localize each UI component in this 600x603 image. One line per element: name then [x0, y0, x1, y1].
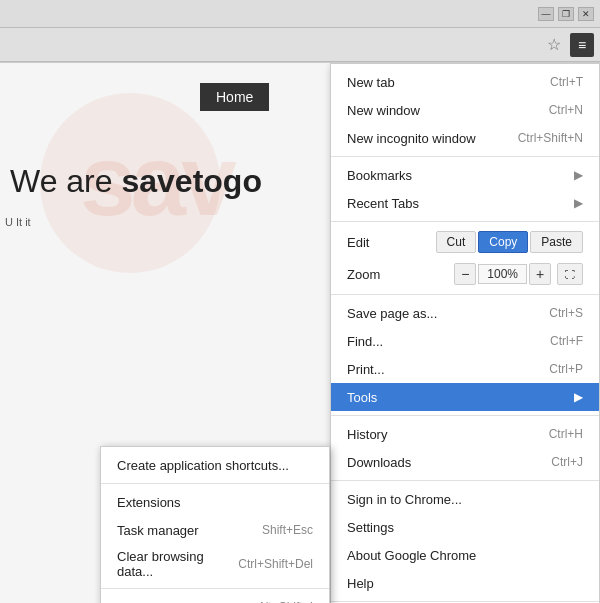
- submenu-item-clear-browsing[interactable]: Clear browsing data... Ctrl+Shift+Del: [101, 544, 329, 584]
- tools-submenu-section-3: Report an issue... Alt+Shift+I: [101, 589, 329, 603]
- minimize-button[interactable]: —: [538, 7, 554, 21]
- browser-chrome: — ❐ ✕ ☆ ≡: [0, 0, 600, 63]
- zoom-controls: − 100% + ⛶: [454, 263, 583, 285]
- edit-label: Edit: [347, 235, 369, 250]
- submenu-item-extensions[interactable]: Extensions: [101, 488, 329, 516]
- copy-button[interactable]: Copy: [478, 231, 528, 253]
- menu-section-account: Sign in to Chrome... Settings About Goog…: [331, 481, 599, 602]
- bookmark-star-button[interactable]: ☆: [542, 33, 566, 57]
- menu-item-print[interactable]: Print... Ctrl+P: [331, 355, 599, 383]
- tools-submenu-section-2: Extensions Task manager Shift+Esc Clear …: [101, 484, 329, 589]
- page-body-text: U It it: [5, 213, 125, 231]
- menu-item-bookmarks[interactable]: Bookmarks ▶: [331, 161, 599, 189]
- menu-item-incognito[interactable]: New incognito window Ctrl+Shift+N: [331, 124, 599, 152]
- menu-item-help[interactable]: Help: [331, 569, 599, 597]
- menu-item-downloads[interactable]: Downloads Ctrl+J: [331, 448, 599, 476]
- menu-item-history[interactable]: History Ctrl+H: [331, 420, 599, 448]
- page-title: We are savetogo: [10, 163, 262, 200]
- menu-zoom-row: Zoom − 100% + ⛶: [331, 258, 599, 290]
- menu-section-bookmarks: Bookmarks ▶ Recent Tabs ▶: [331, 157, 599, 222]
- close-button[interactable]: ✕: [578, 7, 594, 21]
- submenu-item-task-manager[interactable]: Task manager Shift+Esc: [101, 516, 329, 544]
- menu-edit-row: Edit Cut Copy Paste: [331, 226, 599, 258]
- page-title-bold: savetogo: [121, 163, 261, 199]
- menu-item-find[interactable]: Find... Ctrl+F: [331, 327, 599, 355]
- menu-section-history: History Ctrl+H Downloads Ctrl+J: [331, 416, 599, 481]
- zoom-in-button[interactable]: +: [529, 263, 551, 285]
- zoom-out-button[interactable]: −: [454, 263, 476, 285]
- tools-submenu: Create application shortcuts... Extensio…: [100, 446, 330, 603]
- menu-section-page: Save page as... Ctrl+S Find... Ctrl+F Pr…: [331, 295, 599, 416]
- submenu-item-create-shortcuts[interactable]: Create application shortcuts...: [101, 451, 329, 479]
- page-title-prefix: We are: [10, 163, 121, 199]
- toolbar-row: ☆ ≡: [0, 28, 600, 62]
- maximize-button[interactable]: ❐: [558, 7, 574, 21]
- submenu-item-report-issue[interactable]: Report an issue... Alt+Shift+I: [101, 593, 329, 603]
- menu-item-save-page[interactable]: Save page as... Ctrl+S: [331, 299, 599, 327]
- page-nav-home[interactable]: Home: [200, 83, 269, 111]
- page-content: sav Home We are savetogo ⚜ U It it Creat…: [0, 63, 600, 603]
- menu-item-tools[interactable]: Tools ▶: [331, 383, 599, 411]
- menu-item-signin[interactable]: Sign in to Chrome...: [331, 485, 599, 513]
- menu-item-settings[interactable]: Settings: [331, 513, 599, 541]
- edit-buttons: Cut Copy Paste: [436, 231, 583, 253]
- chrome-menu: New tab Ctrl+T New window Ctrl+N New inc…: [330, 63, 600, 603]
- menu-item-about[interactable]: About Google Chrome: [331, 541, 599, 569]
- menu-item-recent-tabs[interactable]: Recent Tabs ▶: [331, 189, 599, 217]
- menu-section-new: New tab Ctrl+T New window Ctrl+N New inc…: [331, 64, 599, 157]
- window-controls: — ❐ ✕: [538, 7, 594, 21]
- zoom-value-display: 100%: [478, 264, 527, 284]
- title-bar: — ❐ ✕: [0, 0, 600, 28]
- menu-item-new-window[interactable]: New window Ctrl+N: [331, 96, 599, 124]
- fullscreen-button[interactable]: ⛶: [557, 263, 583, 285]
- paste-button[interactable]: Paste: [530, 231, 583, 253]
- chrome-menu-button[interactable]: ≡: [570, 33, 594, 57]
- cut-button[interactable]: Cut: [436, 231, 477, 253]
- menu-section-edit-zoom: Edit Cut Copy Paste Zoom − 100% + ⛶: [331, 222, 599, 295]
- menu-item-new-tab[interactable]: New tab Ctrl+T: [331, 68, 599, 96]
- zoom-label: Zoom: [347, 267, 380, 282]
- tools-submenu-section-1: Create application shortcuts...: [101, 447, 329, 484]
